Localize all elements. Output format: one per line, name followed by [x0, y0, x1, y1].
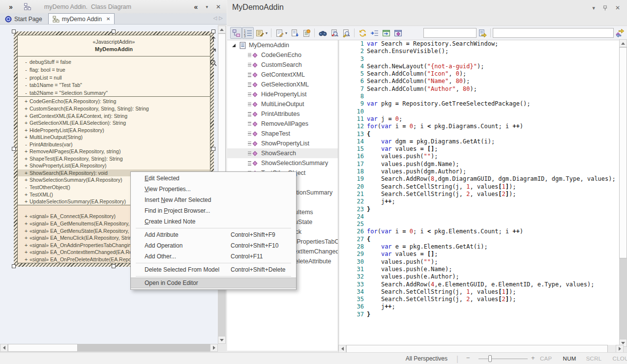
- tree-item-codegenecho[interactable]: CodeGenEcho: [227, 50, 338, 60]
- goto-line-icon[interactable]: [368, 27, 380, 39]
- operation-row[interactable]: +RemoveAllPages(EA.Repository, string): [18, 148, 210, 155]
- script-note-icon[interactable]: [300, 27, 312, 39]
- code-line[interactable]: 17 values.push(dgm.Name);: [339, 161, 619, 168]
- code-line[interactable]: 18 values.push(dgm.Author);: [339, 168, 619, 175]
- tree-root-mydemoaddin[interactable]: MyDemoAddin: [227, 40, 338, 50]
- horizontal-scrollbar-thumb[interactable]: [8, 344, 78, 352]
- resize-handle[interactable]: [12, 29, 16, 33]
- code-line[interactable]: 31 values.push(e.Name);: [339, 266, 619, 273]
- code-editor[interactable]: 1var Search = Repository.SearchWindow;2S…: [339, 40, 619, 345]
- tab-start-page[interactable]: Start Page: [1, 14, 46, 24]
- code-line[interactable]: 16 values.push("");: [339, 153, 619, 160]
- operation-row[interactable]: +GetContextXML(EA.EAContext, int): Strin…: [18, 112, 210, 119]
- tree-item-getcontextxml[interactable]: GetContextXML: [227, 70, 338, 80]
- search-doc-icon[interactable]: [328, 27, 340, 39]
- code-line[interactable]: 4Search.NewLayout("{not-a-guid}");: [339, 63, 619, 70]
- tree-item-removeallpages[interactable]: RemoveAllPages: [227, 119, 338, 129]
- code-line[interactable]: 15 var values = [];: [339, 145, 619, 153]
- operation-row[interactable]: +ShapeTest(EA.Repository, String): Strin…: [18, 155, 210, 163]
- toggle-cloud[interactable]: CLOUD: [613, 356, 627, 362]
- menu-item-add-attribute[interactable]: Add AttributeControl+Shift+F9: [131, 229, 296, 240]
- horizontal-scrollbar-thumb[interactable]: [346, 345, 608, 353]
- code-line[interactable]: 29 var values = [];: [339, 251, 619, 258]
- diagram-list-icon[interactable]: [230, 27, 242, 39]
- code-line[interactable]: 34 Search.SetCellString(j, 1, values[1])…: [339, 288, 619, 296]
- tree-item-printattributes[interactable]: PrintAttributes: [227, 109, 338, 119]
- tree-item-showselectionsummary[interactable]: ShowSelectionSummary: [227, 158, 338, 168]
- operation-row[interactable]: -PrintAttributes(var): [18, 140, 210, 148]
- operation-row[interactable]: +ShowPropertyList(EA.Repository): [18, 162, 210, 169]
- compare-window-icon[interactable]: [380, 27, 392, 39]
- code-line[interactable]: 20 Search.SetCellString(j, 1, values[1])…: [339, 183, 619, 191]
- attribute-row[interactable]: -tab2Name = "Selection Summary": [18, 89, 210, 97]
- code-line[interactable]: 26for(var i = 0; i < pkg.Elements.Count;…: [339, 228, 619, 235]
- code-line[interactable]: 19 Search.AddRow(8,dgm.DiagramGUID, dgm.…: [339, 175, 619, 183]
- attribute-row[interactable]: -debugStuff = false: [18, 58, 210, 66]
- collapse-triangle-icon[interactable]: [232, 44, 236, 47]
- zoom-slider[interactable]: [478, 359, 528, 359]
- menu-item-open-in-code-editor[interactable]: Open in Code Editor: [131, 278, 296, 288]
- code-line[interactable]: 35 Search.SetCellString(j, 2, values[2])…: [339, 296, 619, 303]
- collapse-panel-icon[interactable]: «: [194, 3, 198, 11]
- search-annotate-icon[interactable]: [340, 27, 352, 39]
- menu-item-add-other[interactable]: Add Other...Control+F11: [131, 251, 296, 262]
- menu-item-edit-selected[interactable]: Edit Selected: [131, 173, 296, 184]
- move-up-icon[interactable]: [209, 33, 218, 45]
- sync-options-icon[interactable]: [614, 27, 626, 39]
- class-header[interactable]: «JavascriptAddin» MyDemoAddin: [18, 35, 210, 56]
- import-doc-icon[interactable]: [289, 27, 300, 39]
- tab-scroll-arrows[interactable]: ◁▷: [213, 15, 225, 21]
- code-line[interactable]: 37}: [339, 311, 619, 318]
- resize-handle[interactable]: [12, 264, 16, 268]
- menu-item-view-properties[interactable]: View Properties...: [131, 184, 296, 195]
- operation-row[interactable]: +GetSelectionXML(EA.EASelection): String: [18, 119, 210, 127]
- scroll-left-button[interactable]: [0, 344, 8, 352]
- code-line[interactable]: 36 j++;: [339, 303, 619, 310]
- code-line[interactable]: 27{: [339, 236, 619, 243]
- scroll-down-button[interactable]: [218, 336, 226, 344]
- code-line[interactable]: 8: [339, 93, 619, 100]
- code-line[interactable]: 10: [339, 108, 619, 115]
- code-line[interactable]: 24: [339, 213, 619, 221]
- scroll-right-button[interactable]: [210, 344, 218, 352]
- scroll-up-button[interactable]: [619, 39, 627, 47]
- menu-item-find-in-project-browser[interactable]: Find in Project Browser...: [131, 205, 296, 216]
- quicklink-icon[interactable]: [209, 45, 218, 57]
- resize-handle[interactable]: [112, 264, 116, 268]
- operation-row[interactable]: +MultiLineOutput(String): [18, 134, 210, 141]
- close-window-icon[interactable]: ✕: [216, 3, 221, 10]
- pin-icon[interactable]: [602, 5, 608, 11]
- code-line[interactable]: 7Search.AddColumn("Author", 80);: [339, 85, 619, 93]
- attribute-row[interactable]: -flag: bool = true: [18, 66, 210, 74]
- code-line[interactable]: 23}: [339, 206, 619, 213]
- tree-item-shapetest[interactable]: ShapeTest: [227, 129, 338, 139]
- close-tab-icon[interactable]: ✕: [106, 16, 110, 22]
- dropdown-caret-icon[interactable]: ▾: [266, 31, 268, 35]
- menu-item-insert-new-after-selected[interactable]: Insert New After Selected: [131, 195, 296, 205]
- tree-item-hidepropertylist[interactable]: HidePropertyList: [227, 89, 338, 99]
- code-line[interactable]: 3: [339, 56, 619, 63]
- code-line[interactable]: 30 values.push("");: [339, 258, 619, 266]
- numbered-list-icon[interactable]: 123: [242, 27, 254, 39]
- filter-input[interactable]: [493, 28, 614, 38]
- menu-item-create-linked-note[interactable]: Create Linked Note: [131, 216, 296, 227]
- properties-form-icon[interactable]: [254, 27, 266, 39]
- window-menu-icon[interactable]: ▾: [206, 4, 208, 9]
- dropdown-caret-icon[interactable]: ▾: [285, 31, 287, 35]
- refresh-source-icon[interactable]: [357, 27, 368, 39]
- operation-row[interactable]: +CodeGenEcho(EA.Repository): String: [18, 98, 210, 105]
- tree-item-showpropertylist[interactable]: ShowPropertyList: [227, 139, 338, 148]
- toggle-cap[interactable]: CAP: [540, 356, 552, 362]
- operation-row[interactable]: +CustomSearch(EA.Repository, String, Str…: [18, 105, 210, 112]
- vertical-scrollbar-thumb[interactable]: [619, 47, 627, 258]
- code-line[interactable]: 14 var dgm = pkg.Diagrams.GetAt(i);: [339, 138, 619, 145]
- attribute-row[interactable]: -propList = null: [18, 74, 210, 82]
- zoom-in-button[interactable]: +: [531, 354, 535, 362]
- model-view-icon[interactable]: [392, 27, 404, 39]
- tab-mydemo-addin[interactable]: myDemo Addin ✕: [48, 13, 115, 24]
- zoom-icon[interactable]: [209, 57, 218, 69]
- attribute-row[interactable]: -tab1Name = "Test Tab": [18, 82, 210, 89]
- code-line[interactable]: 11var j = 0;: [339, 115, 619, 123]
- code-line[interactable]: 13{: [339, 131, 619, 138]
- scroll-left-button[interactable]: [338, 345, 346, 353]
